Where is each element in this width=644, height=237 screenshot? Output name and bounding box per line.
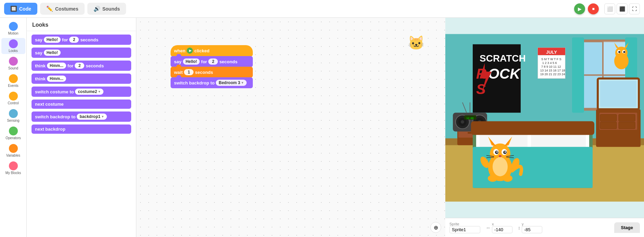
sidebar-label-sensing: Sensing [7, 119, 19, 122]
canvas-say-block[interactable]: say Hello! for 2 seconds [171, 56, 253, 67]
script-block-group[interactable]: when ▶ clicked say Hello! for 2 seconds [171, 45, 253, 88]
think-label: think [35, 63, 46, 68]
think2-value[interactable]: Hmm... [47, 76, 66, 82]
stage-tab[interactable]: Stage [614, 222, 640, 233]
x-coord-field: ↔ x [486, 222, 512, 233]
next-costume-label: next costume [35, 102, 64, 107]
y-input[interactable] [522, 226, 542, 233]
switch-backdrop-block[interactable]: switch backdrop to backdrop1 ▼ [32, 111, 131, 122]
main-layout: Motion Looks Sound Events Control Sensin… [0, 18, 644, 237]
events-dot [9, 74, 18, 83]
sidebar-item-control[interactable]: Control [1, 90, 25, 106]
variables-dot [9, 144, 18, 153]
sprite-name-field: Sprite [449, 222, 480, 233]
say-label: say [35, 37, 42, 42]
costume-dropdown[interactable]: costume2 ▼ [75, 89, 103, 95]
when-flag-clicked-block[interactable]: when ▶ clicked [171, 45, 253, 56]
seconds-value[interactable]: 2 [69, 37, 79, 43]
svg-text:JULY: JULY [546, 50, 557, 55]
x-input[interactable] [492, 226, 512, 233]
stop-icon: ■ [592, 6, 594, 11]
sounds-tab[interactable]: 🔊 Sounds [87, 3, 126, 15]
fullscreen-btn[interactable]: ⛶ [629, 3, 640, 14]
canvas-wait-value[interactable]: 1 [184, 69, 194, 75]
next-costume-block[interactable]: next costume [32, 100, 131, 109]
next-backdrop-block[interactable]: next backdrop [32, 124, 131, 134]
canvas-wait-seconds-label: seconds [195, 70, 213, 75]
think-block[interactable]: think Hmm... [32, 74, 131, 84]
top-bar: 🔲 Code ✏️ Costumes 🔊 Sounds ▶ ■ ⬜ ⬛ ⛶ [0, 0, 644, 18]
canvas-say-value[interactable]: Hello! [183, 58, 200, 65]
sidebar-item-events[interactable]: Events [1, 73, 25, 89]
think2-label: think [35, 76, 46, 81]
bedroom-scene: SCRATCH R OCK S JULY S M T W T F S 1 2 3… [445, 18, 644, 218]
view-medium-btn[interactable]: ⬛ [617, 3, 628, 14]
sidebar-label-variables: Variables [6, 154, 20, 157]
green-flag-btn[interactable]: ▶ [574, 3, 585, 14]
sidebar-item-sound[interactable]: Sound [1, 55, 25, 71]
svg-rect-26 [600, 115, 617, 121]
x-label: x [492, 222, 512, 226]
think-for-seconds-block[interactable]: think Hmm... for 2 seconds [32, 61, 131, 71]
think-value[interactable]: Hmm... [47, 63, 66, 69]
view-controls: ⬜ ⬛ ⛶ [604, 3, 640, 14]
canvas-wait-block[interactable]: wait 1 seconds [171, 67, 253, 78]
svg-point-69 [488, 175, 497, 182]
sprite-name-input[interactable] [449, 226, 480, 233]
backdrop-dropdown-arrow: ▼ [101, 115, 104, 118]
switch-costume-label: switch costume to [35, 89, 74, 94]
script-area[interactable]: when ▶ clicked say Hello! for 2 seconds [136, 18, 445, 237]
sidebar-label-operators: Operators [5, 136, 21, 140]
svg-text:S: S [476, 81, 486, 97]
my-blocks-dot [9, 161, 18, 170]
view-small-btn[interactable]: ⬜ [604, 3, 615, 14]
svg-point-62 [496, 152, 498, 153]
flag-symbol: ▶ [187, 48, 193, 54]
blocks-list: say Hello! for 2 seconds say Hello! thin… [27, 31, 136, 237]
sidebar-label-my-blocks: My Blocks [5, 171, 21, 175]
canvas-say-seconds-label: seconds [219, 59, 237, 64]
code-tab[interactable]: 🔲 Code [4, 3, 37, 15]
canvas-switch-backdrop-block[interactable]: switch backdrop to Bedroom 3 ▼ [171, 77, 253, 88]
svg-rect-22 [572, 38, 584, 113]
sidebar-item-motion[interactable]: Motion [1, 21, 25, 37]
svg-text:19 20 21 22 23 24: 19 20 21 22 23 24 [540, 73, 565, 76]
costumes-tab[interactable]: ✏️ Costumes [40, 3, 85, 15]
sidebar-label-sound: Sound [8, 66, 18, 70]
think-seconds-value[interactable]: 2 [75, 63, 84, 69]
motion-dot [9, 22, 18, 31]
sidebar-item-operators[interactable]: Operators [1, 125, 25, 141]
svg-text:12:00: 12:00 [466, 117, 473, 120]
canvas-backdrop-dropdown[interactable]: Bedroom 3 ▼ [216, 80, 247, 86]
say-for-seconds-block[interactable]: say Hello! for 2 seconds [32, 35, 131, 45]
stage-tab-area: Stage [614, 222, 640, 233]
for-label: for [62, 37, 68, 42]
canvas-say-label: say [174, 59, 182, 64]
costumes-icon: ✏️ [46, 5, 53, 12]
canvas-say-secs-value[interactable]: 2 [208, 58, 218, 65]
sidebar-item-looks[interactable]: Looks [1, 38, 25, 54]
svg-text:OCK: OCK [488, 66, 521, 82]
scroll-indicator[interactable]: ⊕ [430, 222, 441, 233]
operators-dot [9, 127, 18, 135]
sidebar-item-my-blocks[interactable]: My Blocks [1, 160, 25, 176]
stage-canvas: SCRATCH R OCK S JULY S M T W T F S 1 2 3… [445, 18, 644, 218]
svg-text:13 14 15 16 17 18: 13 14 15 16 17 18 [540, 69, 565, 72]
backdrop-dropdown[interactable]: backdrop1 ▼ [77, 114, 107, 120]
stage-area: SCRATCH R OCK S JULY S M T W T F S 1 2 3… [445, 18, 644, 237]
sprite-info-bar: Sprite ↔ x ↕ y Stage [445, 218, 644, 237]
y-label: y [522, 222, 542, 226]
say2-value[interactable]: Hello! [44, 50, 61, 56]
sidebar-item-variables[interactable]: Variables [1, 143, 25, 159]
canvas-for-label: for [201, 59, 207, 64]
cat-small-sprite: 🐱 [408, 35, 425, 51]
svg-text:7  8  9 10 11 12: 7 8 9 10 11 12 [541, 65, 561, 68]
stop-btn[interactable]: ■ [588, 3, 599, 14]
say-value[interactable]: Hello! [44, 37, 61, 43]
x-field: x [492, 222, 512, 233]
sound-dot [9, 57, 18, 66]
svg-rect-31 [600, 81, 636, 107]
switch-costume-block[interactable]: switch costume to costume2 ▼ [32, 87, 131, 97]
say-block[interactable]: say Hello! [32, 48, 131, 58]
sidebar-item-sensing[interactable]: Sensing [1, 108, 25, 124]
